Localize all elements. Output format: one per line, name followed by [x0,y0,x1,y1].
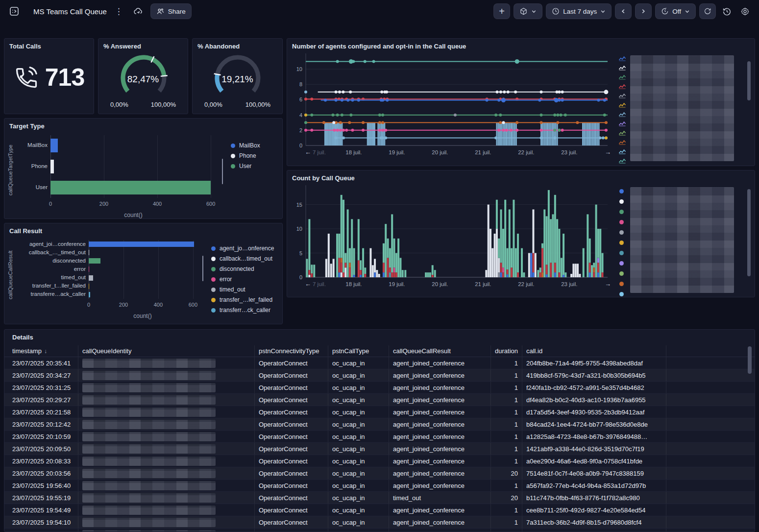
settings-gear-icon[interactable] [737,4,752,19]
legend-item[interactable]: transferr…ck_caller [211,307,274,314]
legend-scroll-indicator[interactable] [222,159,223,184]
legend-item[interactable]: timed_out [211,286,274,293]
legend-series-icon[interactable] [618,101,626,108]
column-header-call-id[interactable]: call.id [522,345,666,357]
legend-series-icon[interactable] [618,138,626,145]
table-row[interactable]: 23/07/2025 20:34:27OperatorConnectoc_uca… [4,369,755,382]
legend-series-dot[interactable] [619,251,624,255]
table-row[interactable]: 23/07/2025 19:56:40OperatorConnectoc_uca… [4,480,755,492]
apps-dropdown-button[interactable] [514,3,542,19]
legend-series-icon[interactable] [618,120,626,127]
time-shift-forward-button[interactable] [635,3,652,19]
table-row[interactable]: 23/07/2025 20:21:58OperatorConnectoc_uca… [4,406,755,418]
kebab-menu-icon[interactable]: ⋮ [112,7,126,16]
legend-series-dot[interactable] [619,261,624,266]
table-row[interactable]: 23/07/2025 20:09:50OperatorConnectoc_uca… [4,443,755,455]
bar[interactable] [50,181,211,194]
category-label: MailBox [16,142,48,148]
share-button[interactable]: Share [150,3,192,19]
legend-series-icon[interactable] [618,82,626,90]
cell-call-queue-identity [78,455,254,467]
legend-series-icon[interactable] [618,54,626,62]
sort-desc-icon[interactable]: ↓ [44,348,47,355]
table-row[interactable]: 23/07/2025 20:08:33OperatorConnectoc_uca… [4,455,755,467]
legend-series-icon[interactable] [618,110,626,118]
legend-series-dot[interactable] [619,282,624,286]
legend-item[interactable]: callback…timed_out [211,255,274,262]
column-header-callQueueCallResult[interactable]: callQueueCallResult [389,345,490,357]
cloud-sync-icon[interactable] [131,4,146,19]
call-result-chart[interactable]: callQueueCallResultagent_joi…conferencec… [9,238,277,320]
bar[interactable] [50,139,58,152]
legend-series-dot[interactable] [619,241,624,245]
cell-filler [666,467,755,479]
table-row[interactable]: 23/07/2025 19:54:10OperatorConnectoc_uca… [4,516,755,529]
column-header-timestamp[interactable]: timestamp↓ [4,345,78,357]
legend-series-icon[interactable] [618,64,626,71]
cell-timestamp: 23/07/2025 20:08:33 [4,455,78,467]
time-shift-back-button[interactable] [615,3,632,19]
legend-item[interactable]: Phone [231,152,260,159]
table-row[interactable]: 23/07/2025 20:03:56OperatorConnectoc_uca… [4,467,755,480]
column-header-pstnCallType[interactable]: pstnCallType [328,345,389,357]
legend-series-icon[interactable] [618,157,626,164]
legend-item[interactable]: transfer_…ler_failed [211,296,274,303]
table-row[interactable]: 23/07/2025 20:35:41OperatorConnectoc_uca… [4,357,755,369]
table-row[interactable]: 23/07/2025 20:31:25OperatorConnectoc_uca… [4,382,755,394]
legend-series-dot[interactable] [619,292,624,296]
table-row[interactable]: 23/07/2025 19:54:49OperatorConnectoc_uca… [4,504,755,516]
bar-row [89,248,196,257]
bar-row [89,265,196,273]
svg-text:←: ← [305,280,311,288]
legend-series-icon[interactable] [618,129,626,136]
table-row[interactable]: 23/07/2025 20:10:59OperatorConnectoc_uca… [4,431,755,443]
legend-item[interactable]: User [231,163,260,169]
legend-series-dot[interactable] [619,220,624,224]
table-row[interactable]: 23/07/2025 20:12:42OperatorConnectoc_uca… [4,418,755,431]
bar[interactable] [89,284,89,289]
bar[interactable] [89,275,93,281]
column-header-pstnConnectivityType[interactable]: pstnConnectivityType [254,345,328,357]
refresh-button[interactable] [699,3,716,19]
history-icon[interactable] [719,4,734,19]
legend-item[interactable]: MailBox [231,142,260,149]
cell-filler [666,480,755,491]
legend-item[interactable]: error [211,276,274,283]
time-range-label: Last 7 days [563,8,597,15]
add-panel-button[interactable]: + [493,3,510,19]
legend-scroll-indicator[interactable] [202,256,203,281]
legend-series-icon[interactable] [618,73,626,80]
legend-series-dot[interactable] [619,210,624,214]
bar[interactable] [50,160,54,173]
legend-series-dot[interactable] [619,230,624,235]
agents-legend-scrollbar[interactable] [747,55,751,161]
bar[interactable] [89,250,89,255]
bar[interactable] [89,292,90,297]
agents-timeseries-chart[interactable]: 0246810←7 juil.18 juil.19 juil.20 juil.2… [292,51,611,165]
bar[interactable] [89,242,194,247]
legend-series-dot[interactable] [619,199,624,204]
cell-timestamp: 23/07/2025 20:21:58 [4,406,78,418]
legend-series-dot[interactable] [619,271,624,276]
cell-filler [666,418,755,430]
table-scrollbar[interactable] [748,346,752,528]
legend-series-dot[interactable] [619,189,624,193]
count-legend-scrollbar[interactable] [747,187,751,293]
chevron-down-icon [685,9,690,14]
bar[interactable] [89,258,100,264]
count-by-queue-chart[interactable]: 051015←7 juil.18 juil.19 juil.20 juil.21… [292,183,611,297]
bar[interactable] [89,266,89,272]
column-header-callQueueIdentity[interactable]: callQueueIdentity [78,345,254,357]
column-header-duration[interactable]: duration [490,345,522,357]
table-row[interactable]: 23/07/2025 19:55:19OperatorConnectoc_uca… [4,492,755,504]
legend-item[interactable]: agent_jo…onference [211,245,274,252]
legend-series-icon[interactable] [618,147,626,155]
table-row[interactable] [4,529,755,532]
time-range-picker[interactable]: Last 7 days [546,3,612,19]
legend-item[interactable]: disconnected [211,266,274,272]
table-row[interactable]: 23/07/2025 20:29:27OperatorConnectoc_uca… [4,394,755,406]
auto-refresh-picker[interactable]: Off [655,3,696,19]
dashboard-logo-icon[interactable] [7,4,22,19]
legend-series-icon[interactable] [618,92,626,99]
target-type-chart[interactable]: callQueueTargetTypeMailBoxPhoneUser02004… [9,133,277,216]
